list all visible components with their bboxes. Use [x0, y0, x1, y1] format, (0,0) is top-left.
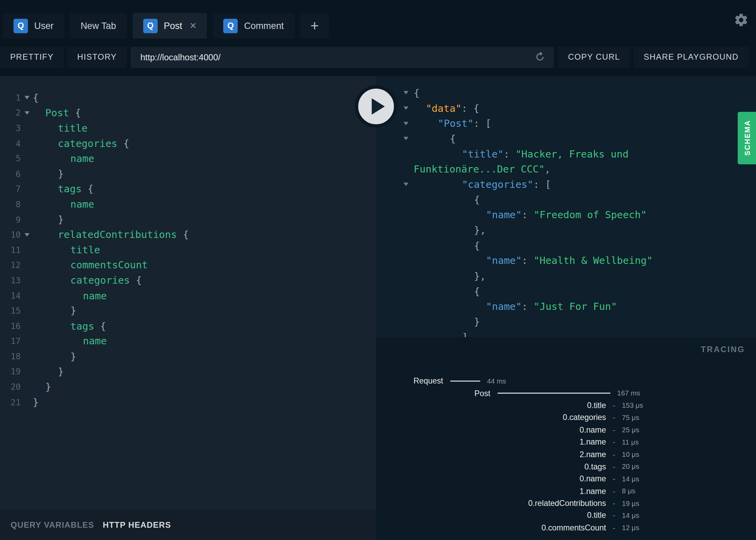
code-text: } — [33, 366, 64, 377]
editor-line: 11title — [0, 242, 376, 258]
tracing-panel: TRACING Request44 msPost167 ms0.title-15… — [376, 337, 756, 540]
response-line: Funktionäre...Der CCC", — [376, 162, 756, 177]
code-text: }, — [414, 270, 486, 282]
tab-user[interactable]: QUser — [3, 13, 64, 39]
editor-line: 18} — [0, 349, 376, 364]
trace-label: 0.name — [376, 425, 606, 435]
fold-arrow-icon[interactable] — [21, 111, 33, 115]
code-text: } — [33, 396, 39, 408]
fold-arrow-icon[interactable] — [376, 137, 413, 140]
trace-label: 1.name — [376, 437, 606, 447]
line-number: 17 — [0, 336, 21, 346]
fold-arrow-icon[interactable] — [376, 183, 413, 186]
code-text: { — [414, 240, 480, 251]
line-number: 13 — [0, 275, 21, 285]
code-text: ] — [414, 331, 468, 337]
code-text: } — [33, 214, 64, 225]
execute-button[interactable] — [355, 85, 397, 127]
editor-line: 9} — [0, 212, 376, 227]
tracing-row: Request44 ms — [376, 375, 756, 387]
prettify-button[interactable]: PRETTIFY — [0, 47, 64, 68]
trace-duration: 25 μs — [622, 426, 639, 434]
tracing-rows: Request44 msPost167 ms0.title-153 μs0.ca… — [376, 375, 756, 534]
editor-line: 16tags { — [0, 318, 376, 334]
query-variables-tab[interactable]: QUERY VARIABLES — [11, 520, 94, 530]
response-line: { — [376, 284, 756, 299]
trace-duration: 19 μs — [622, 499, 639, 507]
trace-duration: 8 μs — [622, 487, 635, 495]
response-viewer: {"data": {"Post": [{"title": "Hacker, Fr… — [376, 76, 756, 337]
close-tab-icon[interactable]: × — [190, 20, 196, 31]
add-tab-button[interactable]: + — [300, 13, 329, 39]
trace-bar — [450, 380, 480, 381]
tab-label: Comment — [244, 20, 284, 31]
trace-dash: - — [613, 426, 615, 434]
tab-bar-container: QUserNew TabQPost×QComment+ — [0, 0, 756, 39]
response-line: { — [376, 85, 756, 101]
query-badge-icon: Q — [14, 18, 28, 33]
line-number: 15 — [0, 306, 21, 316]
trace-label: Request — [376, 376, 443, 386]
settings-button[interactable] — [733, 13, 749, 28]
trace-dash: - — [613, 414, 615, 422]
code-text: } — [414, 316, 480, 328]
line-number: 4 — [0, 138, 21, 148]
response-line: { — [376, 238, 756, 253]
line-number: 19 — [0, 367, 21, 376]
editor-line: 15} — [0, 303, 376, 318]
schema-side-tab[interactable]: SCHEMA — [738, 112, 756, 164]
code-text: tags { — [33, 183, 93, 195]
code-text: Funktionäre...Der CCC", — [414, 163, 551, 175]
tracing-title: TRACING — [701, 345, 745, 355]
trace-dash: - — [613, 401, 615, 409]
line-number: 16 — [0, 321, 21, 331]
fold-arrow-icon[interactable] — [21, 233, 33, 237]
code-text: { — [414, 87, 420, 99]
history-button[interactable]: HISTORY — [67, 47, 127, 68]
endpoint-url-bar — [131, 47, 554, 68]
response-line: "name": "Health & Wellbeing" — [376, 253, 756, 269]
response-line: "categories": [ — [376, 177, 756, 192]
share-playground-button[interactable]: SHARE PLAYGROUND — [634, 47, 749, 68]
editor-line: 21} — [0, 394, 376, 410]
http-headers-tab[interactable]: HTTP HEADERS — [103, 520, 171, 530]
code-text: name — [33, 198, 94, 210]
tab-post[interactable]: QPost× — [132, 13, 207, 39]
refresh-icon — [534, 50, 547, 63]
endpoint-url-input[interactable] — [140, 52, 533, 62]
editor-line: 1{ — [0, 90, 376, 105]
fold-arrow-icon[interactable] — [21, 96, 33, 100]
trace-dash: - — [613, 438, 615, 446]
schema-tab-label: SCHEMA — [743, 120, 751, 156]
tracing-row: 0.name-14 μs — [376, 473, 756, 485]
editor-line: 12commentsCount — [0, 257, 376, 273]
tracing-row: 1.name-11 μs — [376, 436, 756, 448]
response-line: }, — [376, 223, 756, 238]
editor-line: 20} — [0, 379, 376, 395]
line-number: 9 — [0, 215, 21, 224]
code-text: categories { — [33, 138, 129, 149]
copy-curl-button[interactable]: COPY CURL — [558, 47, 630, 68]
code-text: tags { — [33, 320, 106, 332]
gear-icon — [733, 13, 748, 28]
tracing-row: 1.name-8 μs — [376, 485, 756, 497]
trace-label: 0.commentsCount — [376, 523, 606, 532]
code-text: }, — [414, 225, 486, 236]
tab-comment[interactable]: QComment — [213, 13, 294, 39]
tracing-row: 2.name-10 μs — [376, 448, 756, 461]
line-number: 20 — [0, 382, 21, 392]
trace-label: 1.name — [376, 486, 606, 496]
editor-line: 13categories { — [0, 273, 376, 288]
query-pane: 1{2Post {3title4categories {5name6}7tags… — [0, 76, 376, 540]
query-editor-code[interactable]: 1{2Post {3title4categories {5name6}7tags… — [0, 76, 376, 510]
code-text: { — [414, 194, 480, 206]
code-text: title — [33, 122, 88, 134]
editor-line: 7tags { — [0, 181, 376, 197]
code-text: title — [33, 244, 100, 256]
tab-new-tab[interactable]: New Tab — [70, 13, 127, 39]
editor-line: 19} — [0, 364, 376, 379]
trace-duration: 20 μs — [622, 463, 639, 470]
reload-schema-button[interactable] — [533, 50, 547, 64]
code-text: "Post": [ — [414, 118, 492, 129]
trace-label: Post — [376, 389, 490, 398]
